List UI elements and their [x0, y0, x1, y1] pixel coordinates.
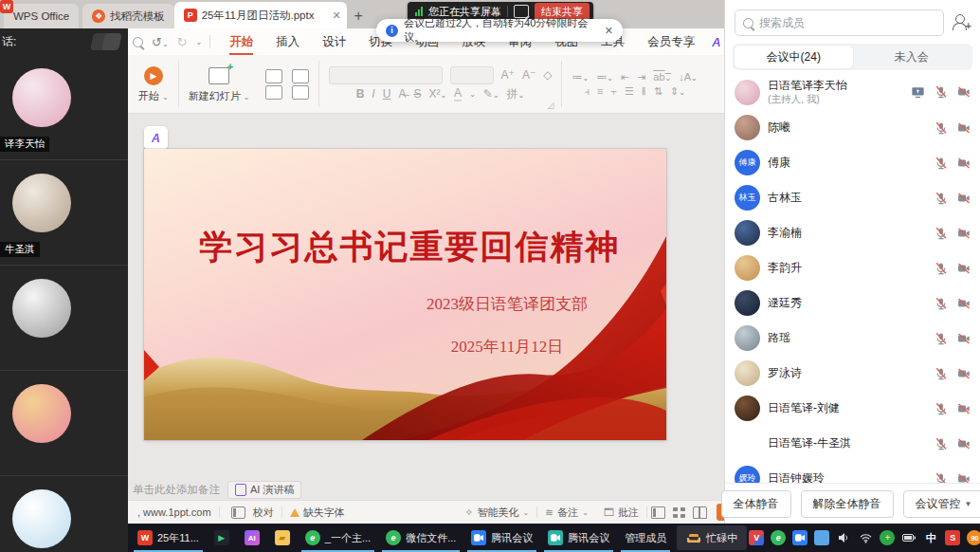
- participant-row[interactable]: 罗泳诗: [725, 356, 980, 391]
- taskbar-app-忙碌中[interactable]: 忙碌中: [677, 525, 747, 550]
- cloud-app-icon[interactable]: [814, 530, 829, 545]
- footer-button-会议管控[interactable]: 会议管控▼: [903, 490, 980, 518]
- decrease-font-icon[interactable]: A⁻: [522, 68, 535, 82]
- v-remote-icon[interactable]: V: [749, 530, 764, 545]
- close-tab-icon[interactable]: ✕: [332, 9, 340, 22]
- video-tile[interactable]: 牛圣淇: [0, 160, 128, 266]
- smart-beautify-button[interactable]: ✧ 智能美化⌄: [457, 506, 536, 520]
- line-break-icon[interactable]: ↓A⌄: [679, 71, 698, 83]
- taskbar-app-微信文件...[interactable]: e微信文件...: [379, 524, 463, 552]
- ime-zh-icon[interactable]: 中: [923, 530, 938, 545]
- reading-view-icon[interactable]: [693, 506, 707, 519]
- wifi-icon[interactable]: [858, 530, 873, 545]
- undo-icon[interactable]: ↺⌄: [152, 35, 169, 49]
- taskbar-app-管理成员[interactable]: 管理成员: [618, 524, 673, 552]
- reset-slide-icon[interactable]: [292, 69, 309, 83]
- participant-row[interactable]: 傅康 傅康: [725, 145, 980, 180]
- slide-title[interactable]: 学习习总书记重要回信精神: [172, 225, 647, 269]
- speaker-icon[interactable]: [836, 530, 851, 545]
- participant-row[interactable]: 林玉 古林玉: [725, 180, 980, 215]
- clear-format-icon[interactable]: ◇: [543, 68, 552, 82]
- battery-icon[interactable]: [901, 530, 916, 545]
- sogou-s-icon[interactable]: S: [945, 530, 960, 545]
- redo-icon[interactable]: ↻: [177, 35, 188, 49]
- slide-date[interactable]: 2025年11月12日: [348, 336, 666, 358]
- slide-sorter-view-icon[interactable]: [673, 507, 685, 518]
- slide[interactable]: 学习习总书记重要回信精神 2023级日语笔译团支部 2025年11月12日: [144, 149, 666, 440]
- text-direction-icon[interactable]: ab⌄: [653, 71, 671, 83]
- slide-layout-icon[interactable]: [265, 69, 282, 83]
- ribbon-tab-插入[interactable]: 插入: [264, 30, 311, 54]
- font-size-select[interactable]: [450, 66, 494, 84]
- proofread-button[interactable]: 校对: [220, 506, 281, 520]
- participant-row[interactable]: 日语笔译李天怡 (主持人, 我): [725, 74, 980, 110]
- participant-row[interactable]: 日语笔译-刘健: [725, 391, 980, 426]
- search-input[interactable]: 搜索成员: [735, 9, 944, 36]
- char-spacing-icon[interactable]: A̶: [398, 87, 406, 101]
- justify-icon[interactable]: ☰: [625, 85, 634, 98]
- wps-ai-icon[interactable]: A: [712, 35, 720, 49]
- video-tile[interactable]: [0, 266, 128, 371]
- taskbar-app-腾讯会议[interactable]: 腾讯会议: [464, 524, 539, 552]
- participant-row[interactable]: 陈曦: [725, 110, 980, 145]
- new-slide-button[interactable]: 新建幻灯片 ⌄: [181, 55, 258, 113]
- footer-button-全体静音[interactable]: 全体静音: [721, 490, 791, 518]
- new-tab-button[interactable]: +: [354, 8, 363, 25]
- participant-row[interactable]: 李韵升: [725, 250, 980, 285]
- video-tile[interactable]: [0, 476, 128, 552]
- normal-view-icon[interactable]: [651, 506, 665, 519]
- start-show-button[interactable]: ▶ 开始 ⌄: [131, 55, 176, 113]
- font-family-select[interactable]: [329, 66, 443, 84]
- section-icon[interactable]: [265, 85, 282, 100]
- font-color-icon[interactable]: A: [454, 86, 462, 101]
- align-left-icon[interactable]: ⫞: [584, 85, 590, 98]
- distribute-icon[interactable]: ⦀: [642, 85, 646, 98]
- ribbon-tab-会员专享[interactable]: 会员专享: [636, 30, 706, 54]
- taskbar-app-_一个主...[interactable]: e_一个主...: [299, 524, 377, 552]
- increase-indent-icon[interactable]: ⇥: [637, 71, 645, 83]
- taskbar-app-ai-logo[interactable]: AI: [238, 524, 266, 552]
- browser-e-icon[interactable]: e: [771, 530, 786, 545]
- reuse-slide-icon[interactable]: [292, 85, 309, 100]
- tab-active-document[interactable]: P 25年11月团日活动.pptx ✕: [174, 2, 347, 28]
- strikethrough-icon[interactable]: S: [413, 87, 421, 101]
- shield-icon[interactable]: +: [880, 530, 895, 545]
- tab-wps-office[interactable]: W WPS Office: [4, 4, 79, 28]
- line-spacing-icon[interactable]: ⇕⌄: [670, 85, 685, 98]
- slide-subtitle[interactable]: 2023级日语笔译团支部: [348, 293, 666, 315]
- ribbon-tab-开始[interactable]: 开始: [218, 30, 264, 54]
- badge-90-icon[interactable]: 90: [967, 530, 980, 545]
- tab-not-joined[interactable]: 未入会: [853, 46, 971, 68]
- notes-button[interactable]: ≋ 备注⌄: [537, 506, 596, 520]
- comments-button[interactable]: 🗔 批注: [596, 506, 646, 520]
- tab-docer-templates[interactable]: ❖ 找稻壳模板: [82, 4, 174, 28]
- ai-speech-button[interactable]: AI 演讲稿: [227, 481, 301, 499]
- align-center-icon[interactable]: ≡: [597, 85, 603, 97]
- add-member-icon[interactable]: +: [952, 13, 971, 32]
- footer-button-解除全体静音[interactable]: 解除全体静音: [801, 490, 894, 518]
- superscript-icon[interactable]: X²⌄: [428, 87, 446, 101]
- highlight-icon[interactable]: ✎⌄: [483, 87, 499, 101]
- phonetic-icon[interactable]: 拼⌄: [507, 86, 525, 102]
- missing-font-button[interactable]: 缺失字体: [282, 506, 353, 520]
- italic-icon[interactable]: I: [372, 87, 374, 101]
- ribbon-tab-设计[interactable]: 设计: [311, 30, 357, 54]
- bold-icon[interactable]: B: [356, 87, 365, 101]
- taskbar-app-腾讯会议[interactable]: 腾讯会议: [541, 524, 616, 552]
- notes-placeholder[interactable]: 单击此处添加备注: [133, 483, 220, 497]
- column-icon[interactable]: ⇅: [654, 85, 662, 98]
- meeting-cam-icon[interactable]: [792, 530, 808, 545]
- participant-row[interactable]: 日语笔译-牛圣淇: [725, 426, 980, 461]
- increase-font-icon[interactable]: A⁺: [501, 68, 515, 82]
- decrease-indent-icon[interactable]: ⇤: [621, 71, 629, 83]
- taskbar-app-folder[interactable]: ▰: [268, 524, 297, 552]
- underline-icon[interactable]: U: [383, 87, 391, 101]
- bullets-icon[interactable]: ≔⌄: [572, 71, 589, 83]
- toast-close-icon[interactable]: ✕: [605, 25, 613, 37]
- taskbar-app-video-play[interactable]: ▶: [208, 524, 236, 552]
- taskbar-app-25年11...[interactable]: W25年11...: [131, 524, 206, 552]
- align-right-icon[interactable]: ⫟: [610, 85, 617, 98]
- video-tile[interactable]: [0, 371, 128, 476]
- numbering-icon[interactable]: ≕⌄: [596, 71, 613, 83]
- participant-row[interactable]: 李渝楠: [725, 215, 980, 250]
